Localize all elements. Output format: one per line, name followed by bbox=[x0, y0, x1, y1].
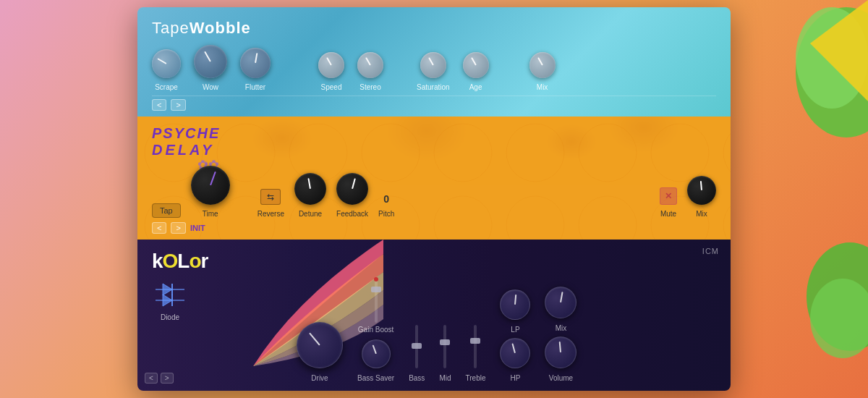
tape-wobble-nav: < > bbox=[152, 96, 716, 111]
mid-fader-thumb[interactable] bbox=[440, 339, 450, 345]
flutter-knob[interactable] bbox=[240, 48, 271, 78]
kolor-panel: ICM kOLor Diode Drive bbox=[137, 240, 731, 391]
knob-group-flutter: Flutter bbox=[240, 48, 271, 91]
pitch-display-group: 0 Pitch bbox=[378, 193, 394, 218]
gain-boost-group: Gain Boost bbox=[358, 279, 393, 334]
bass-fader-thumb[interactable] bbox=[412, 343, 422, 349]
knob-group-reverse: ⇆ Reverse bbox=[258, 189, 284, 218]
tap-button[interactable]: Tap bbox=[152, 203, 181, 218]
mix-pd-knob[interactable] bbox=[687, 176, 716, 205]
tw-prev-button[interactable]: < bbox=[152, 99, 166, 111]
gain-boost-indicator bbox=[374, 277, 378, 281]
speed-label: Speed bbox=[321, 83, 342, 91]
pitch-label: Pitch bbox=[378, 210, 394, 218]
knob-group-volume: Volume bbox=[545, 336, 576, 382]
wow-knob[interactable] bbox=[194, 45, 227, 78]
volume-label: Volume bbox=[549, 374, 573, 382]
svg-marker-6 bbox=[163, 284, 172, 295]
gain-boost-thumb[interactable] bbox=[371, 287, 381, 292]
knob-group-saturation: Saturation bbox=[417, 52, 450, 91]
pd-next-button[interactable]: > bbox=[171, 222, 185, 234]
scrape-label: Scrape bbox=[155, 83, 178, 91]
time-label: Time bbox=[203, 210, 218, 218]
svg-point-0 bbox=[796, 7, 868, 137]
knob-group-mix-kolor: Mix bbox=[545, 287, 576, 332]
bass-saver-label: Bass Saver bbox=[357, 374, 394, 382]
knob-group-mute: ✕ Mute bbox=[660, 187, 677, 218]
mid-label: Mid bbox=[439, 374, 451, 382]
saturation-knob[interactable] bbox=[420, 52, 446, 78]
reverse-button[interactable]: ⇆ bbox=[260, 189, 281, 205]
treble-fader-thumb[interactable] bbox=[470, 338, 480, 344]
wow-label: Wow bbox=[203, 83, 218, 91]
treble-label: Treble bbox=[466, 374, 486, 382]
feedback-label: Feedback bbox=[336, 210, 368, 218]
knob-group-feedback: Feedback bbox=[336, 173, 368, 218]
knob-group-drive: Drive bbox=[297, 322, 343, 382]
gain-boost-label: Gain Boost bbox=[358, 326, 393, 334]
lp-label: LP bbox=[511, 326, 519, 334]
kolor-prev-button[interactable]: < bbox=[145, 373, 158, 384]
psyche-delay-title: PSYCHE DELAY bbox=[152, 125, 716, 158]
treble-fader[interactable] bbox=[474, 325, 477, 368]
svg-marker-2 bbox=[810, 0, 868, 101]
pd-prev-button[interactable]: < bbox=[152, 222, 166, 234]
lp-hp-group: LP HP bbox=[500, 289, 530, 382]
knob-group-detune: Detune bbox=[294, 173, 326, 218]
flutter-label: Flutter bbox=[245, 83, 265, 91]
mix-pd-label: Mix bbox=[696, 210, 707, 218]
mix-kolor-knob[interactable] bbox=[545, 287, 576, 318]
title-tape: Tape bbox=[152, 19, 190, 37]
stereo-knob[interactable] bbox=[357, 52, 383, 78]
kolor-next-button[interactable]: > bbox=[161, 373, 174, 384]
svg-point-1 bbox=[796, 7, 868, 109]
kolor-nav: < > bbox=[145, 373, 174, 384]
drive-knob[interactable] bbox=[297, 322, 343, 368]
knob-group-scrape: Scrape bbox=[152, 49, 181, 91]
bass-fader-group: Bass bbox=[409, 325, 425, 382]
reverse-label: Reverse bbox=[258, 210, 284, 218]
feedback-knob[interactable] bbox=[336, 173, 368, 205]
knob-group-hp: HP bbox=[500, 338, 530, 382]
saturation-label: Saturation bbox=[417, 83, 450, 91]
speed-knob[interactable] bbox=[318, 52, 344, 78]
mix-volume-group: Mix Volume bbox=[545, 287, 576, 382]
tw-next-button[interactable]: > bbox=[171, 99, 185, 111]
kolor-controls-row: Drive Gain Boost Bass Saver bbox=[297, 279, 716, 382]
psyche-delay-knobs: Tap ✿✿ ♪ Time ⇆ Reverse Detune bbox=[152, 163, 716, 218]
psyche-text: PSYCHE bbox=[152, 125, 716, 142]
bass-fader[interactable] bbox=[415, 325, 418, 368]
scrape-knob[interactable] bbox=[152, 49, 181, 78]
delay-text: DELAY bbox=[152, 142, 716, 158]
mid-fader[interactable] bbox=[443, 325, 446, 368]
hp-label: HP bbox=[511, 374, 521, 382]
gain-boost-fader[interactable] bbox=[375, 279, 378, 323]
time-knob[interactable] bbox=[191, 166, 230, 205]
mute-button[interactable]: ✕ bbox=[660, 187, 677, 205]
title-wobble: Wobble bbox=[190, 19, 251, 37]
knob-group-time: ✿✿ ♪ Time bbox=[191, 163, 230, 218]
mix-tw-label: Mix bbox=[537, 83, 548, 91]
pd-preset-label: INIT bbox=[190, 224, 205, 232]
kolor-title: kOLor bbox=[152, 250, 716, 273]
volume-knob[interactable] bbox=[545, 336, 576, 368]
age-label: Age bbox=[469, 83, 482, 91]
knob-group-tap: Tap bbox=[152, 203, 181, 218]
detune-label: Detune bbox=[299, 210, 322, 218]
knob-group-stereo: Stereo bbox=[357, 52, 383, 91]
knob-group-mix-pd: Mix bbox=[687, 176, 716, 218]
bass-label: Bass bbox=[409, 374, 425, 382]
diode-icon bbox=[152, 279, 188, 308]
bass-saver-knob[interactable] bbox=[362, 339, 391, 368]
detune-knob[interactable] bbox=[294, 173, 326, 205]
hp-knob[interactable] bbox=[500, 338, 530, 368]
psyche-delay-panel: PSYCHE DELAY Tap ✿✿ ♪ Time ⇆ Revers bbox=[137, 117, 731, 240]
knob-group-wow: Wow bbox=[194, 45, 227, 91]
plugin-container: TapeWobble Scrape Wow Flutter Speed bbox=[137, 7, 731, 391]
knob-group-bass-saver: Bass Saver bbox=[357, 339, 394, 382]
lp-knob[interactable] bbox=[500, 289, 530, 320]
age-knob[interactable] bbox=[463, 52, 489, 78]
knob-group-age: Age bbox=[463, 52, 489, 91]
svg-marker-9 bbox=[163, 295, 172, 306]
mix-tw-knob[interactable] bbox=[529, 52, 556, 78]
